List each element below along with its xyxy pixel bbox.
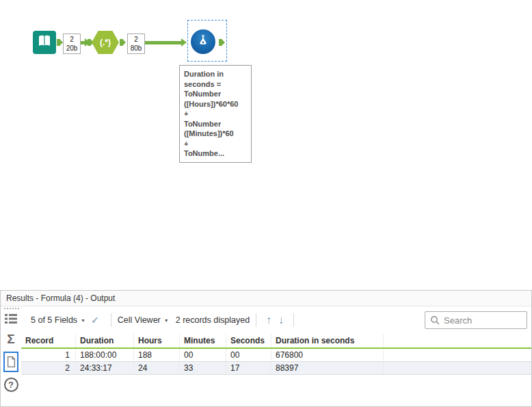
book-icon	[36, 33, 53, 52]
fields-dropdown[interactable]: 5 of 5 Fields ▼	[31, 315, 85, 325]
header-duration-in-seconds[interactable]: Duration in seconds	[271, 334, 384, 347]
chevron-down-icon: ▼	[164, 318, 169, 323]
output-anchor-icon[interactable]	[219, 39, 222, 46]
results-left-strip: Σ ?	[1, 306, 21, 406]
header-record[interactable]: Record	[21, 334, 76, 347]
cell-record[interactable]: 2	[21, 362, 76, 374]
help-icon[interactable]: ?	[3, 376, 19, 393]
check-icon[interactable]: ✓	[91, 315, 99, 326]
connection-line[interactable]	[145, 41, 182, 44]
connection-arrowhead-icon	[181, 38, 187, 47]
fields-label: 5 of 5 Fields	[31, 315, 77, 325]
toolbar-divider	[256, 313, 256, 327]
cell-duration-in-seconds[interactable]: 676800	[271, 349, 384, 361]
report-page-icon[interactable]	[3, 352, 18, 372]
regex-hexagon-icon: (.*)	[92, 31, 119, 54]
grip-handle[interactable]	[4, 308, 19, 309]
data-size: 80b	[128, 44, 144, 53]
records-displayed: 2 records displayed	[176, 315, 250, 325]
header-duration[interactable]: Duration	[76, 334, 134, 347]
data-size: 20b	[64, 44, 80, 53]
workflow-canvas[interactable]: 2 20b (.*) 2 80b Duration in seconds = T…	[0, 0, 532, 290]
chevron-down-icon: ▼	[81, 318, 85, 323]
cell-duration[interactable]: 24:33:17	[76, 362, 134, 374]
cell-minutes[interactable]: 00	[180, 349, 226, 361]
cell-duration-in-seconds[interactable]: 88397	[271, 362, 384, 374]
record-count: 2	[64, 35, 80, 44]
results-table: Record Duration Hours Minutes Seconds Du…	[21, 334, 531, 375]
metadata-sigma-icon[interactable]: Σ	[3, 331, 19, 347]
input-anchor-icon[interactable]	[88, 39, 91, 46]
regex-tool[interactable]: (.*)	[92, 31, 119, 54]
cell-viewer-label: Cell Viewer	[118, 315, 161, 325]
table-row[interactable]: 2 24:33:17 24 33 17 88397	[21, 362, 531, 375]
table-row[interactable]: 1 188:00:00 188 00 00 676800	[21, 349, 531, 362]
header-minutes[interactable]: Minutes	[180, 334, 226, 347]
cell-minutes[interactable]: 33	[180, 362, 226, 374]
header-seconds[interactable]: Seconds	[226, 334, 271, 347]
input-data-tool[interactable]	[33, 31, 56, 54]
toolbar-divider	[111, 313, 111, 327]
flask-icon	[196, 34, 210, 50]
cell-hours[interactable]: 24	[134, 362, 180, 374]
tool-annotation[interactable]: Duration in seconds = ToNumber ([Hours])…	[179, 65, 252, 163]
regex-label: (.*)	[100, 38, 111, 47]
nav-up-button[interactable]: ↑	[263, 314, 275, 326]
record-count: 2	[128, 35, 144, 44]
output-anchor-icon[interactable]	[120, 39, 123, 46]
cell-seconds[interactable]: 17	[226, 362, 271, 374]
alteryx-designer-window: 2 20b (.*) 2 80b Duration in seconds = T…	[0, 0, 532, 407]
cell-record[interactable]: 1	[21, 349, 76, 361]
output-anchor-icon[interactable]	[57, 39, 60, 46]
search-input[interactable]	[444, 315, 522, 326]
toolbar-divider	[293, 313, 294, 327]
formula-tool[interactable]	[191, 29, 215, 54]
cell-seconds[interactable]: 00	[226, 349, 271, 361]
search-icon	[430, 315, 440, 325]
cell-viewer-dropdown[interactable]: Cell Viewer ▼	[118, 315, 169, 325]
cell-hours[interactable]: 188	[134, 349, 180, 361]
header-hours[interactable]: Hours	[134, 334, 180, 347]
connection-annotation-2[interactable]: 2 80b	[127, 34, 145, 54]
results-pane-title: Results - Formula (4) - Output	[1, 291, 531, 306]
table-header-row: Record Duration Hours Minutes Seconds Du…	[21, 334, 531, 349]
connection-annotation-1[interactable]: 2 20b	[63, 34, 81, 54]
search-box[interactable]	[425, 311, 527, 329]
cell-duration[interactable]: 188:00:00	[76, 349, 134, 361]
results-grid-icon[interactable]	[3, 311, 19, 326]
results-toolbar: 5 of 5 Fields ▼ ✓ Cell Viewer ▼ 2 record…	[21, 306, 531, 334]
nav-down-button[interactable]: ↓	[275, 314, 287, 326]
results-pane: Results - Formula (4) - Output Σ ? 5 of …	[0, 290, 532, 407]
